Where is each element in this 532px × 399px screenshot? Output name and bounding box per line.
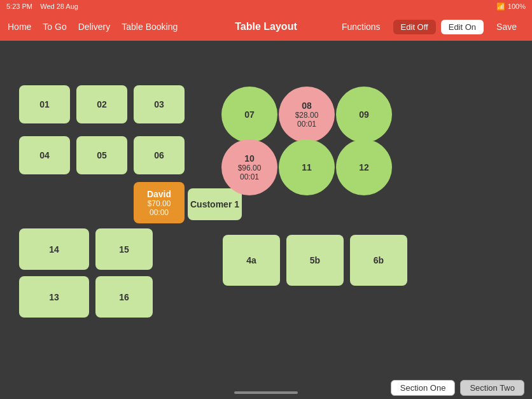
nav-delivery[interactable]: Delivery xyxy=(78,22,111,32)
table-label: 6b xyxy=(374,255,384,265)
table-t10[interactable]: 10$96.0000:01 xyxy=(221,139,277,195)
table-label: 05 xyxy=(97,150,107,160)
table-timer: 00:00 xyxy=(150,208,169,217)
table-t4a[interactable]: 4a xyxy=(223,235,280,286)
table-label: 02 xyxy=(97,99,107,109)
functions-button[interactable]: Functions xyxy=(334,19,388,34)
footer: Section One Section Two xyxy=(0,376,532,399)
table-t14[interactable]: 14 xyxy=(19,228,89,270)
table-t6b[interactable]: 6b xyxy=(350,235,407,286)
table-label: 07 xyxy=(244,109,255,120)
table-label: 04 xyxy=(39,150,50,160)
table-t15[interactable]: 15 xyxy=(95,228,153,270)
table-timer: 00:01 xyxy=(240,172,259,181)
header-actions: Functions Edit Off Edit On Save xyxy=(334,19,524,34)
table-label: 11 xyxy=(302,162,312,172)
table-label: Customer 1 xyxy=(190,199,239,209)
table-label: 09 xyxy=(359,109,369,120)
status-right: 📶 100% xyxy=(496,3,526,11)
nav-to-go[interactable]: To Go xyxy=(43,22,66,32)
table-t5b[interactable]: 5b xyxy=(286,235,344,286)
battery-indicator: 100% xyxy=(508,3,526,10)
table-t_customer1[interactable]: Customer 1 xyxy=(188,188,242,220)
table-label: 12 xyxy=(359,162,369,172)
table-label: 08 xyxy=(302,101,312,111)
table-t08[interactable]: 08$28.0000:01 xyxy=(279,87,335,143)
table-t05[interactable]: 05 xyxy=(76,136,127,174)
table-t03[interactable]: 03 xyxy=(134,85,185,123)
table-label: 13 xyxy=(49,292,59,302)
table-label: 01 xyxy=(39,99,50,109)
table-t04[interactable]: 04 xyxy=(19,136,70,174)
edit-off-button[interactable]: Edit Off xyxy=(393,20,436,34)
table-label: 06 xyxy=(154,150,164,160)
table-label: David xyxy=(147,189,171,199)
table-t12[interactable]: 12 xyxy=(336,139,392,195)
header: Home To Go Delivery Table Booking Table … xyxy=(0,13,532,41)
page-title: Table Layout xyxy=(235,21,297,32)
table-t16[interactable]: 16 xyxy=(95,276,153,318)
nav-table-booking[interactable]: Table Booking xyxy=(122,22,178,32)
status-time: 5:23 PM xyxy=(6,3,32,10)
table-t07[interactable]: 07 xyxy=(221,87,277,143)
table-amount: $70.00 xyxy=(148,199,171,208)
table-t09[interactable]: 09 xyxy=(336,87,392,143)
table-t06[interactable]: 06 xyxy=(134,136,185,174)
save-button[interactable]: Save xyxy=(489,19,524,34)
table-label: 5b xyxy=(310,255,320,265)
wifi-icon: 📶 xyxy=(496,3,505,11)
nav-home[interactable]: Home xyxy=(8,22,31,32)
section-one-button[interactable]: Section One xyxy=(391,380,456,396)
table-label: 14 xyxy=(49,244,59,255)
table-t01[interactable]: 01 xyxy=(19,85,70,123)
table-t13[interactable]: 13 xyxy=(19,276,89,318)
scroll-indicator xyxy=(234,391,298,394)
edit-on-button[interactable]: Edit On xyxy=(441,20,484,34)
section-two-button[interactable]: Section Two xyxy=(460,380,524,396)
status-date: Wed 28 Aug xyxy=(40,3,78,10)
table-layout-area: 01020304050613141516David$70.0000:00Cust… xyxy=(0,41,532,376)
status-bar: 5:23 PM Wed 28 Aug 📶 100% xyxy=(0,0,532,13)
table-label: 15 xyxy=(119,244,129,255)
table-amount: $28.00 xyxy=(295,111,319,120)
table-label: 10 xyxy=(244,153,255,164)
table-t02[interactable]: 02 xyxy=(76,85,127,123)
table-amount: $96.00 xyxy=(238,164,262,172)
table-label: 16 xyxy=(119,292,129,302)
status-time-date: 5:23 PM Wed 28 Aug xyxy=(6,3,78,10)
table-t11[interactable]: 11 xyxy=(279,139,335,195)
table-label: 4a xyxy=(246,255,256,265)
table-label: 03 xyxy=(154,99,164,109)
table-timer: 00:01 xyxy=(297,120,316,129)
table-t_david[interactable]: David$70.0000:00 xyxy=(134,182,185,223)
